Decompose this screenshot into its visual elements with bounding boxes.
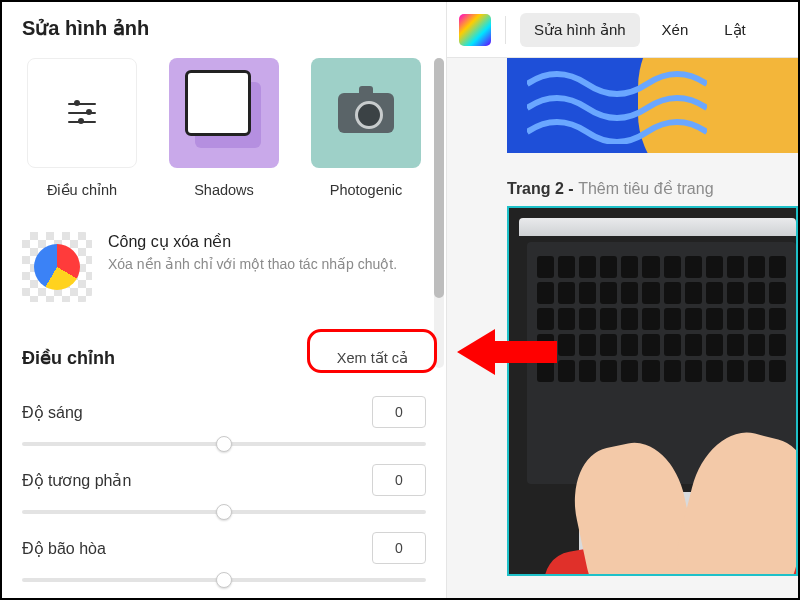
bg-remover-thumb: [22, 232, 92, 302]
contrast-value[interactable]: [372, 464, 426, 496]
page-number: Trang 2 -: [507, 180, 578, 197]
contrast-label: Độ tương phản: [22, 471, 131, 490]
effect-label: Photogenic: [304, 182, 428, 198]
page1-preview[interactable]: [507, 58, 798, 153]
saturation-label: Độ bão hòa: [22, 539, 106, 558]
adjust-thumb: [27, 58, 137, 168]
brightness-label: Độ sáng: [22, 403, 83, 422]
effect-photogenic[interactable]: Photogenic: [304, 58, 428, 198]
beachball-icon: [34, 244, 80, 290]
effect-label: Shadows: [162, 182, 286, 198]
camera-icon: [338, 93, 394, 133]
effect-shadows[interactable]: Shadows: [162, 58, 286, 198]
bg-remover-desc: Xóa nền ảnh chỉ với một thao tác nhấp ch…: [108, 255, 397, 275]
page-label[interactable]: Trang 2 - Thêm tiêu đề trang: [507, 179, 798, 198]
photogenic-thumb: [311, 58, 421, 168]
saturation-slider[interactable]: [22, 568, 426, 592]
flip-button[interactable]: Lật: [710, 13, 760, 47]
shadows-thumb: [169, 58, 279, 168]
edit-image-button[interactable]: Sửa hình ảnh: [520, 13, 640, 47]
saturation-value[interactable]: [372, 532, 426, 564]
toolbar-divider: [505, 16, 506, 44]
panel-title: Sửa hình ảnh: [2, 2, 446, 58]
crop-button[interactable]: Xén: [648, 13, 703, 46]
brightness-value[interactable]: [372, 396, 426, 428]
sliders-icon: [68, 99, 96, 127]
bg-remover-card[interactable]: Công cụ xóa nền Xóa nền ảnh chỉ với một …: [22, 228, 426, 306]
bg-remover-title: Công cụ xóa nền: [108, 232, 397, 251]
adjust-heading: Điều chỉnh: [22, 347, 115, 369]
page-title-placeholder: Thêm tiêu đề trang: [578, 180, 713, 197]
effect-adjust[interactable]: Điều chỉnh: [20, 58, 144, 198]
panel-scrollbar[interactable]: [434, 58, 444, 368]
contrast-slider[interactable]: [22, 500, 426, 524]
color-picker-button[interactable]: [459, 14, 491, 46]
top-toolbar: Sửa hình ảnh Xén Lật: [447, 2, 798, 58]
effect-label: Điều chỉnh: [20, 182, 144, 198]
selected-image[interactable]: [507, 206, 798, 576]
see-all-button[interactable]: Xem tất cả: [319, 340, 426, 376]
brightness-slider[interactable]: [22, 432, 426, 456]
